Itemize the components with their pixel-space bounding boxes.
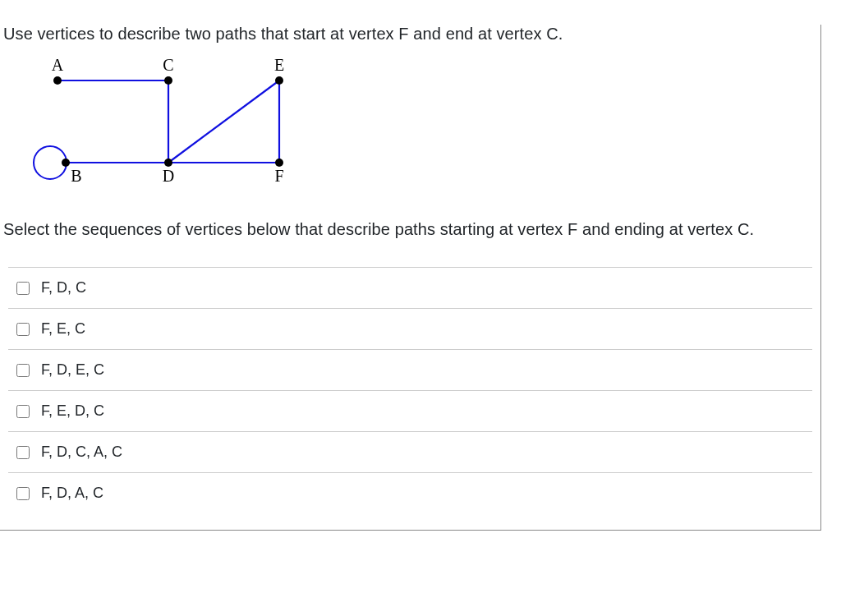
vertex-dot-d [164,159,172,167]
option-checkbox[interactable] [16,323,30,336]
vertex-dot-a [53,76,62,85]
vertex-dot-c [164,76,172,85]
option-checkbox[interactable] [16,487,30,500]
svg-line-4 [168,80,279,163]
vertex-label-e: E [271,56,287,75]
option-label[interactable]: F, E, C [41,320,85,338]
vertex-label-b: B [68,167,85,186]
vertex-label-c: C [160,56,177,75]
option-checkbox[interactable] [16,282,30,295]
vertex-dot-e [275,76,283,85]
option-row[interactable]: F, D, E, C [8,349,812,390]
option-row[interactable]: F, D, C [8,267,812,308]
option-checkbox[interactable] [16,446,30,459]
option-row[interactable]: F, E, C [8,308,812,349]
question-prompt: Use vertices to describe two paths that … [3,25,820,44]
option-row[interactable]: F, D, C, A, C [8,431,812,472]
question-container: Use vertices to describe two paths that … [0,25,821,531]
vertex-label-f: F [271,167,287,186]
option-label[interactable]: F, D, C [41,279,86,297]
vertex-label-a: A [49,56,66,75]
question-instruction: Select the sequences of vertices below t… [3,216,820,242]
option-label[interactable]: F, E, D, C [41,402,104,420]
option-checkbox[interactable] [16,405,30,418]
options-list: F, D, C F, E, C F, D, E, C F, E, D, C F,… [8,267,812,513]
graph-diagram: A C E B D F [25,60,353,200]
option-checkbox[interactable] [16,364,30,377]
option-label[interactable]: F, D, A, C [41,485,103,502]
option-row[interactable]: F, D, A, C [8,472,812,513]
option-label[interactable]: F, D, C, A, C [41,444,122,461]
option-label[interactable]: F, D, E, C [41,361,104,379]
vertex-dot-b [62,159,70,167]
vertex-label-d: D [160,167,177,186]
vertex-dot-f [275,159,283,167]
option-row[interactable]: F, E, D, C [8,390,812,431]
